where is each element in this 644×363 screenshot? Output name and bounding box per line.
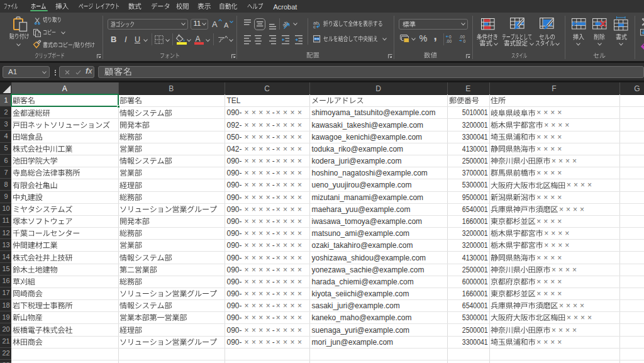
svg-text:c: c [313,23,316,29]
svg-text:0: 0 [464,39,466,43]
svg-text:.00: .00 [446,39,452,43]
